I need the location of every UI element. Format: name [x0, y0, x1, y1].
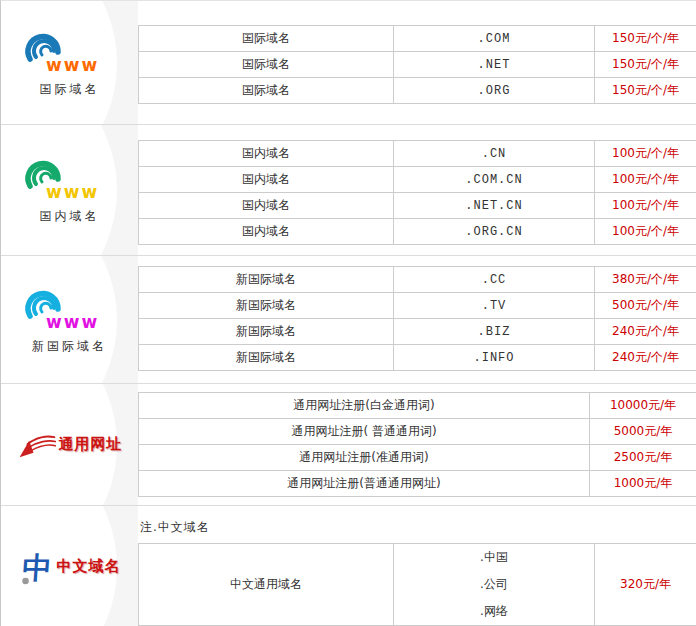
- category-cell: 国际域名: [139, 52, 394, 78]
- pricing-table-chinese: 中文通用域名 .中国 .公司 .网络 320元/年: [138, 543, 696, 626]
- icon-stack: 中 中文域名: [19, 545, 121, 589]
- pricing-page: www 国际域名 国际域名 .COM 150元/个/年 国际域名 .NET 15…: [0, 0, 696, 626]
- price-cell: 320元/年: [595, 544, 696, 626]
- table-row: 通用网址注册(普通通用网址) 1000元/年: [139, 471, 696, 497]
- section-label: 国内域名: [22, 208, 118, 225]
- extension-item: .中国: [480, 544, 508, 571]
- extension-cell: .CC: [394, 267, 595, 293]
- zhong-glyph-icon: 中: [19, 545, 55, 589]
- extension-list: .中国 .公司 .网络: [480, 544, 508, 625]
- table-row: 通用网址注册( 普通通用词) 5000元/年: [139, 419, 696, 445]
- category-cell: 国际域名: [139, 78, 394, 104]
- icon-panel: www 国内域名: [1, 125, 138, 255]
- price-cell: 5000元/年: [590, 419, 696, 445]
- icon-stack: www 国际域名: [22, 28, 118, 98]
- table-row: 国际域名 .COM 150元/个/年: [139, 26, 696, 52]
- table-wrap: 国际域名 .COM 150元/个/年 国际域名 .NET 150元/个/年 国际…: [138, 1, 696, 124]
- www-globe-icon: www: [22, 28, 118, 74]
- table-row: 中文通用域名 .中国 .公司 .网络 320元/年: [139, 544, 696, 626]
- section-domestic-domains: www 国内域名 国内域名 .CN 100元/个/年 国内域名 .COM.CN …: [1, 125, 696, 256]
- table-row: 新国际域名 .INFO 240元/个/年: [139, 345, 696, 371]
- table-row: 新国际域名 .BIZ 240元/个/年: [139, 319, 696, 345]
- icon-panel: www 国际域名: [1, 1, 138, 124]
- extension-cell: .COM: [394, 26, 595, 52]
- www-text: www: [46, 55, 99, 74]
- extension-cell: .ORG.CN: [394, 219, 595, 245]
- category-cell: 新国际域名: [139, 319, 394, 345]
- extension-cell: .BIZ: [394, 319, 595, 345]
- section-label: 通用网址: [59, 435, 123, 454]
- extension-cell: .NET: [394, 52, 595, 78]
- icon-panel: www 新国际域名: [1, 256, 138, 383]
- extension-cell: .INFO: [394, 345, 595, 371]
- table-row: 国内域名 .CN 100元/个/年: [139, 141, 696, 167]
- extension-item: .网络: [480, 598, 508, 625]
- table-wrap: 新国际域名 .CC 380元/个/年 新国际域名 .TV 500元/个/年 新国…: [138, 256, 696, 383]
- price-cell: 100元/个/年: [595, 141, 696, 167]
- pricing-table-generic-web-address: 通用网址注册(白金通用词) 10000元/年 通用网址注册( 普通通用词) 50…: [138, 392, 696, 497]
- pricing-table-new-international: 新国际域名 .CC 380元/个/年 新国际域名 .TV 500元/个/年 新国…: [138, 266, 696, 371]
- table-row: 国际域名 .NET 150元/个/年: [139, 52, 696, 78]
- price-cell: 2500元/年: [590, 445, 696, 471]
- price-cell: 100元/个/年: [595, 167, 696, 193]
- extension-list-cell: .中国 .公司 .网络: [394, 544, 595, 626]
- extension-item: .公司: [480, 571, 508, 598]
- price-cell: 240元/个/年: [595, 319, 696, 345]
- icon-stack: 通用网址: [17, 429, 123, 461]
- extension-cell: .CN: [394, 141, 595, 167]
- www-globe-icon: www: [22, 155, 118, 201]
- extension-cell: .ORG: [394, 78, 595, 104]
- table-row: 新国际域名 .CC 380元/个/年: [139, 267, 696, 293]
- section-label: 中文域名: [57, 557, 121, 576]
- category-cell: 通用网址注册( 普通通用词): [139, 419, 590, 445]
- icon-panel: 中 中文域名: [1, 506, 138, 626]
- category-cell: 新国际域名: [139, 267, 394, 293]
- table-row: 国内域名 .COM.CN 100元/个/年: [139, 167, 696, 193]
- price-cell: 1000元/年: [590, 471, 696, 497]
- arrow-flag-icon: [17, 429, 57, 461]
- section-new-international-domains: www 新国际域名 新国际域名 .CC 380元/个/年 新国际域名 .TV 5…: [1, 256, 696, 384]
- section-chinese-domains: 中 中文域名 注.中文域名 中文通用域名 .中国 .公司 .网络: [1, 506, 696, 626]
- category-cell: 国际域名: [139, 26, 394, 52]
- www-text: www: [46, 312, 99, 331]
- category-cell: 新国际域名: [139, 345, 394, 371]
- extension-cell: .TV: [394, 293, 595, 319]
- table-row: 通用网址注册(准通用词) 2500元/年: [139, 445, 696, 471]
- www-text: www: [46, 182, 99, 201]
- category-cell: 通用网址注册(白金通用词): [139, 393, 590, 419]
- table-wrap: 通用网址注册(白金通用词) 10000元/年 通用网址注册( 普通通用词) 50…: [138, 384, 696, 505]
- icon-stack: www 新国际域名: [22, 285, 118, 355]
- price-cell: 150元/个/年: [595, 78, 696, 104]
- section-generic-web-address: 通用网址 通用网址注册(白金通用词) 10000元/年 通用网址注册( 普通通用…: [1, 384, 696, 506]
- price-cell: 380元/个/年: [595, 267, 696, 293]
- price-cell: 100元/个/年: [595, 219, 696, 245]
- table-row: 新国际域名 .TV 500元/个/年: [139, 293, 696, 319]
- icon-stack: www 国内域名: [22, 155, 118, 225]
- table-row: 国内域名 .ORG.CN 100元/个/年: [139, 219, 696, 245]
- category-cell: 国内域名: [139, 219, 394, 245]
- table-row: 通用网址注册(白金通用词) 10000元/年: [139, 393, 696, 419]
- price-cell: 150元/个/年: [595, 26, 696, 52]
- extension-cell: .NET.CN: [394, 193, 595, 219]
- category-cell: 国内域名: [139, 141, 394, 167]
- category-cell: 新国际域名: [139, 293, 394, 319]
- category-cell: 中文通用域名: [139, 544, 394, 626]
- zhong-text: 中: [21, 551, 53, 585]
- pricing-table-domestic: 国内域名 .CN 100元/个/年 国内域名 .COM.CN 100元/个/年 …: [138, 140, 696, 245]
- section-international-domains: www 国际域名 国际域名 .COM 150元/个/年 国际域名 .NET 15…: [1, 1, 696, 125]
- category-cell: 国内域名: [139, 167, 394, 193]
- icon-panel: 通用网址: [1, 384, 138, 505]
- category-cell: 国内域名: [139, 193, 394, 219]
- price-cell: 240元/个/年: [595, 345, 696, 371]
- extension-cell: .COM.CN: [394, 167, 595, 193]
- table-row: 国内域名 .NET.CN 100元/个/年: [139, 193, 696, 219]
- price-cell: 10000元/年: [590, 393, 696, 419]
- price-cell: 150元/个/年: [595, 52, 696, 78]
- www-globe-icon: www: [22, 285, 118, 331]
- category-cell: 通用网址注册(准通用词): [139, 445, 590, 471]
- section-label: 国际域名: [22, 81, 118, 98]
- pricing-table-international: 国际域名 .COM 150元/个/年 国际域名 .NET 150元/个/年 国际…: [138, 25, 696, 104]
- table-row: 国际域名 .ORG 150元/个/年: [139, 78, 696, 104]
- chinese-domain-note: 注.中文域名: [140, 519, 696, 536]
- table-wrap: 注.中文域名 中文通用域名 .中国 .公司 .网络 320元/年: [138, 506, 696, 626]
